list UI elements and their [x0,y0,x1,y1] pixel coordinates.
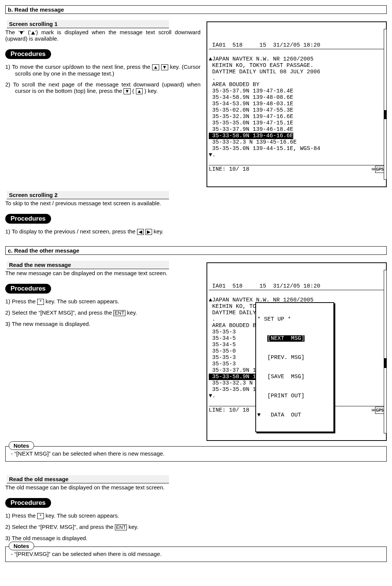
lcd-screen-2: IA01 518 15 31/12/05 18:20 ▲JAPAN NAVTEX… [207,262,387,441]
menu-item-label: [SAVE MSG] [267,374,305,380]
menu-item-prev[interactable]: [PREV. MSG] [257,354,332,361]
lcd-header: IA01 518 15 31/12/05 18:20 [209,42,384,49]
mail-icon: ✉ [372,407,375,413]
lcd-line: AREA BOUDED BY [209,82,259,88]
text: key. [125,309,137,316]
key-right: ▶ [145,229,152,235]
lcd-line: 35-35-3 [209,354,236,361]
text: 2) To scroll the next page of the messag… [5,81,201,94]
lcd-line: 35-35-35.0N 139-44-15.1E, WGS-84 [209,145,320,152]
section-b-header: b. Read the message [5,5,387,14]
scrollbar [384,29,387,180]
key-star: * [37,513,44,519]
setup-popup: * SET UP * [NEXT MSG] [PREV. MSG] [SAVE … [255,302,334,432]
text: ‘ (‘ [23,29,31,35]
mail-icon: ✉ [372,166,375,173]
key-ent: ENT [113,310,125,316]
scroll1-intro: The ‘‘ (‘‘) mark is displayed when the m… [5,29,201,42]
lcd-line: 35-35-3 [209,329,236,335]
lcd-line: 35-35-3 [209,361,236,367]
menu-item-label: [PRINT OUT] [267,393,305,399]
page-number: 6-9 [5,584,387,586]
down-wedge-icon [20,31,23,35]
lcd-line-counter: LINE: 10/ 18 [209,166,249,173]
new-msg-header: Read the new message [7,261,169,269]
menu-item-print[interactable]: [PRINT OUT] [257,393,332,399]
procedures-label: Procedures [5,49,51,59]
text: The ‘ [5,29,20,35]
text: ‘) mark is displayed when the message te… [5,29,201,42]
lcd-line: AREA BOUDED BY [209,323,259,329]
key-left: ◀ [137,229,144,235]
lcd-line: . [209,316,216,323]
lcd-line-counter: LINE: 10/ 18 [209,407,249,413]
lcd-line: 35-35-02.0N 139-47-55.3E [209,107,293,114]
new-step3: 3) The new message is displayed. [5,321,201,327]
lcd-line: 35-34-58.9N 139-48-08.6E [209,94,293,101]
text: ) key. [145,88,158,94]
menu-item-label: [NEXT MSG] [267,335,305,342]
section-c-header: c. Read the other message [5,246,387,255]
notes-old-msg: Notes - “[PREV.MSG]” can be selected whe… [5,547,387,562]
lcd-line: 35-35-0 [209,348,236,354]
old-msg-intro: The old message can be displayed on the … [5,484,387,491]
old-step1: 1) Press the * key. The sub screen appea… [5,512,387,519]
old-msg-header: Read the old message [7,475,169,483]
lcd-header: IA01 518 15 31/12/05 18:20 [209,283,384,290]
text: 1) To display to the previous / next scr… [5,228,137,235]
text: 1) To move the cursor up/down to the nex… [5,64,152,70]
key-page-down: ▼ [124,88,131,94]
text: key. The sub screen appears. [44,512,119,519]
scroll2-intro: To skip to the next / previous message t… [5,200,387,206]
scroll1-step1: 1) To move the cursor up/down to the nex… [5,64,201,77]
notes-label: Notes [9,441,34,450]
menu-item-label: [PREV. MSG] [267,354,305,361]
lcd-line: ▲JAPAN NAVTEX N.W. NR 1260/2005 [209,56,314,62]
text: key. [127,524,139,530]
procedures-label: Procedures [5,214,51,224]
lcd-line: ▼. [209,152,216,158]
notes-new-msg: Notes - “[NEXT MSG]” can be selected whe… [5,446,387,462]
gps-badge: GPS [375,407,384,414]
lcd-line: . [209,75,216,82]
lcd-line: ▼. [209,393,216,399]
lcd-line: KEIHIN KO, TOKYO EAST PASSAGE. [209,62,314,69]
lcd-screen-1: IA01 518 15 31/12/05 18:20 ▲JAPAN NAVTEX… [207,21,387,187]
menu-item-next[interactable]: [NEXT MSG] [257,335,332,342]
lcd-highlight-line: 35-33-58.9N 139-46-16.6E [209,133,293,139]
procedures-label: Procedures [5,284,51,294]
lcd-line: 35-34-5 [209,342,236,348]
scroll2-step1: 1) To display to the previous / next scr… [5,228,387,235]
lcd-line: 35-35-37.9N 139-47-18.4E [209,88,293,94]
text: key. The sub screen appears. [44,298,119,304]
lcd-line: 35-34-5 [209,335,236,342]
lcd-line: DAYTIME DAILY UNTIL 08 JULY 2006 [209,69,320,75]
lcd-line: 35-35-32.3N 139-47-16.6E [209,114,293,120]
key-page-up: ▲ [136,88,143,94]
key-star: * [37,299,44,305]
new-step2: 2) Select the “[NEXT MSG]”, and press th… [5,309,201,316]
menu-item-label: DATA OUT [267,412,301,418]
text: ( [132,88,134,94]
text: 1) Press the [5,298,37,304]
lcd-line: 35-35-35.0N 139-47-15.1E [209,120,293,126]
scroll1-step2: 2) To scroll the next page of the messag… [5,81,201,94]
lcd-line: 35-33-32.3 N 139-45-16.6E [209,139,297,145]
procedures-label: Procedures [5,498,51,508]
key-down: ▼ [161,64,168,70]
notes-label: Notes [9,542,34,550]
menu-item-data[interactable]: ▼ DATA OUT [257,412,332,418]
note-text: - “[NEXT MSG]” can be selected when ther… [11,450,381,457]
old-step2: 2) Select the “[PREV. MSG]”, and press t… [5,524,387,530]
lcd-line: 35-33-37.9N 139-46-18.4E [209,126,293,133]
lcd-line: 35-34-53.9N 139-48-03.1E [209,101,293,107]
up-wedge-icon [31,31,35,35]
menu-title: * SET UP * [257,316,332,323]
scroll1-header: Screen scrolling 1 [7,20,169,28]
new-step1: 1) Press the * key. The sub screen appea… [5,298,201,305]
old-step3: 3) The old message is displayed. [5,535,387,541]
new-msg-intro: The new message can be displayed on the … [5,270,201,276]
note-text: - “[PREV.MSG]” can be selected when ther… [11,551,381,557]
menu-item-save[interactable]: [SAVE MSG] [257,374,332,380]
lcd-footer: LINE: 10/ 18 ✉GPS [209,165,384,173]
